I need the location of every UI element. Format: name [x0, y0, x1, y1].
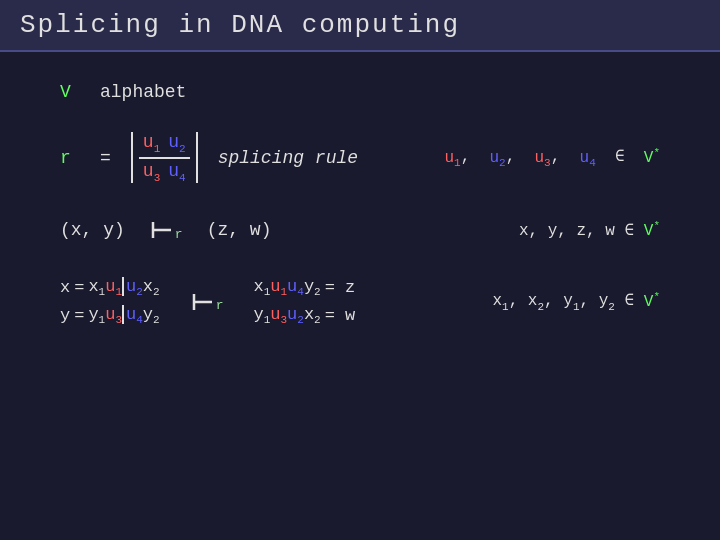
- splicing-rule-text: splicing rule: [218, 148, 358, 168]
- vstar-3: V*: [644, 293, 660, 311]
- example-right: x1u1u4y2 = z y1u3u2x2 = w: [253, 277, 355, 326]
- content-area: V alphabet r = u1 u2 u3 u4 splicing rule…: [0, 52, 720, 356]
- u3-label: u3: [143, 161, 160, 184]
- rule-constraint: u1, u2, u3, u4 ∈ V*: [444, 146, 660, 169]
- elem-symbol-2: ∈: [625, 222, 635, 240]
- z-eq-sym: = z: [325, 278, 356, 297]
- z-lhs: x1u1u4y2: [253, 277, 320, 298]
- x-label: x: [60, 278, 70, 297]
- rule-fraction: u1 u2 u3 u4: [131, 132, 198, 183]
- example-turnstile-r: r: [216, 298, 224, 313]
- vstar-2: V*: [644, 222, 660, 240]
- y-line: y = y1u3u4y2: [60, 305, 160, 326]
- w-equation: y1u3u2x2 = w: [253, 305, 355, 326]
- rule-row: r = u1 u2 u3 u4 splicing rule u1, u2, u3…: [60, 132, 660, 183]
- elem-symbol-1: ∈: [615, 149, 625, 167]
- w-eq-sym: = w: [325, 306, 356, 325]
- elem-symbol-3: ∈: [625, 293, 635, 311]
- turnstile-r-sub: r: [175, 227, 183, 242]
- r-label: r: [60, 148, 80, 168]
- alphabet-text: alphabet: [100, 82, 186, 102]
- y-label: y: [60, 306, 70, 325]
- rule-equals: =: [100, 148, 111, 168]
- xy-parens: (x, y): [60, 220, 125, 240]
- x-val: x1u1u2x2: [88, 277, 159, 298]
- alphabet-row: V alphabet: [60, 82, 660, 102]
- vstar-1: V*: [644, 149, 660, 167]
- u2-label: u2: [168, 132, 185, 155]
- page-title: Splicing in DNA computing: [20, 10, 700, 40]
- splicing-constraint: x, y, z, w ∈ V*: [519, 220, 660, 240]
- example-turnstile: r: [190, 290, 224, 314]
- u2-ref: u2: [489, 149, 505, 167]
- splicing-row: (x, y) r (z, w) x, y, z, w ∈ V*: [60, 218, 660, 242]
- u3-ref: u3: [534, 149, 550, 167]
- example-left: x = x1u1u2x2 y = y1u3u4y2: [60, 277, 160, 326]
- y-eq: =: [74, 306, 84, 325]
- main-page: Splicing in DNA computing V alphabet r =…: [0, 0, 720, 540]
- y-val: y1u3u4y2: [88, 305, 159, 326]
- example-constraint: x1, x2, y1, y2 ∈ V*: [492, 290, 660, 313]
- fraction-top: u1 u2: [139, 132, 190, 159]
- header: Splicing in DNA computing: [0, 0, 720, 52]
- w-lhs: y1u3u2x2: [253, 305, 320, 326]
- u4-ref: u4: [580, 149, 596, 167]
- x-eq: =: [74, 278, 84, 297]
- u1-label: u1: [143, 132, 160, 155]
- fraction-bottom: u3 u4: [139, 159, 190, 184]
- example-section: x = x1u1u2x2 y = y1u3u4y2: [60, 277, 660, 326]
- zw-parens: (z, w): [207, 220, 272, 240]
- turnstile-symbol: r: [149, 218, 183, 242]
- z-equation: x1u1u4y2 = z: [253, 277, 355, 298]
- x-line: x = x1u1u2x2: [60, 277, 160, 298]
- v-label: V: [60, 82, 80, 102]
- u4-label: u4: [168, 161, 185, 184]
- u1-ref: u1: [444, 149, 460, 167]
